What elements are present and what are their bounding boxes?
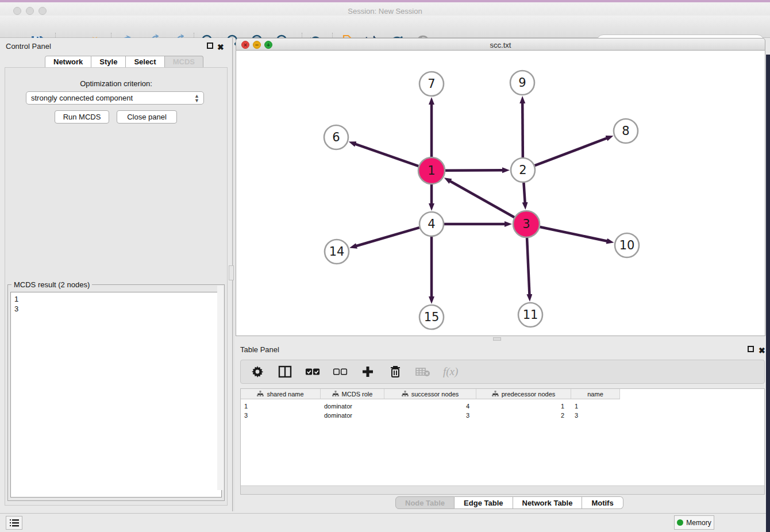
close-table-panel-icon[interactable]: ✖ [759, 345, 766, 353]
cell-shared-name[interactable]: 1 [241, 402, 321, 411]
column-header-shared-name[interactable]: shared name [241, 389, 321, 399]
chevron-updown-icon: ▲▼ [194, 94, 199, 103]
tab-style[interactable]: Style [91, 56, 126, 68]
float-table-panel-icon[interactable] [748, 346, 755, 353]
cell-mcds-role[interactable]: dominator [321, 402, 384, 411]
graph-node-label: 15 [424, 310, 440, 324]
window-title: Session: New Session [0, 7, 770, 16]
close-panel-icon[interactable]: ✖ [217, 42, 225, 49]
mcds-result-title: MCDS result (2 nodes) [11, 280, 92, 289]
close-panel-button[interactable]: Close panel [117, 110, 177, 124]
dropdown-selected-value: strongly connected component [31, 94, 133, 102]
graph-node-label: 9 [518, 76, 526, 90]
graph-edge-3-10[interactable] [540, 227, 607, 241]
column-type-icon [402, 391, 409, 397]
table-panel: Table Panel ✖ f(x) shared name [234, 342, 766, 511]
status-bar: Memory [0, 513, 770, 532]
horizontal-divider-grip[interactable] [493, 337, 501, 341]
network-graph[interactable]: 1234678910111415 [236, 51, 765, 335]
cell-name[interactable]: 1 [571, 402, 620, 411]
network-canvas[interactable]: 1234678910111415 [236, 51, 765, 336]
graph-node-label: 4 [428, 217, 435, 231]
column-header-successor-nodes[interactable]: successor nodes [384, 389, 476, 399]
column-header-name[interactable]: name [571, 389, 620, 399]
cell-successor-nodes[interactable]: 4 [384, 402, 476, 411]
cell-shared-name[interactable]: 3 [241, 411, 321, 420]
cell-name[interactable]: 3 [571, 411, 620, 420]
graph-node-label: 3 [522, 217, 530, 231]
tab-select[interactable]: Select [126, 56, 164, 68]
graph-node-label: 2 [519, 163, 526, 177]
network-window-title: scc.txt [236, 41, 765, 49]
select-all-icon[interactable] [305, 364, 320, 379]
table-toolbar: f(x) [240, 360, 765, 384]
table-panel-title: Table Panel [240, 345, 279, 354]
tab-network-table[interactable]: Network Table [513, 496, 583, 509]
column-header-predecessor-nodes[interactable]: predecessor nodes [476, 389, 571, 399]
graph-edge-1-2[interactable] [445, 170, 503, 171]
graph-node-label: 6 [332, 130, 340, 144]
mcds-panel-body: Optimization criterion: strongly connect… [5, 67, 228, 506]
panel-divider-grip[interactable] [229, 265, 234, 280]
graph-edge-2-9[interactable] [522, 103, 523, 157]
memory-button[interactable]: Memory [674, 515, 714, 530]
graph-edge-3-1[interactable] [450, 181, 514, 217]
add-column-icon[interactable] [360, 364, 375, 379]
run-mcds-button[interactable]: Run MCDS [55, 110, 109, 124]
control-panel: Control Panel ✖ Network Style Select MCD… [0, 38, 232, 511]
list-icon [10, 519, 19, 527]
control-panel-tabs: Network Style Select MCDS [45, 56, 203, 68]
column-settings-icon[interactable] [250, 364, 265, 379]
graph-edge-3-11[interactable] [527, 238, 529, 295]
cell-predecessor-nodes[interactable]: 1 [476, 402, 571, 411]
column-type-icon [332, 391, 339, 397]
table-row[interactable]: 1 dominator 4 1 1 [241, 402, 620, 411]
cell-predecessor-nodes[interactable]: 2 [476, 411, 571, 420]
mcds-result-group: MCDS result (2 nodes) 1 3 [7, 284, 225, 501]
table-tabs: Node Table Edge Table Network Table Moti… [395, 496, 623, 509]
graph-node-label: 10 [619, 238, 635, 252]
column-header-mcds-role[interactable]: MCDS role [321, 389, 384, 399]
graph-node-label: 14 [329, 245, 345, 259]
table-row[interactable]: 3 dominator 3 2 3 [241, 411, 620, 420]
graph-node-label: 7 [428, 77, 435, 91]
mcds-result-textarea[interactable]: 1 3 [10, 292, 222, 498]
graph-node-label: 1 [428, 164, 435, 178]
graph-node-label: 8 [622, 124, 629, 138]
cell-mcds-role[interactable]: dominator [321, 411, 384, 420]
memory-label: Memory [686, 519, 711, 527]
node-table: shared name MCDS role successor nodes pr… [240, 388, 765, 495]
graph-edge-2-8[interactable] [535, 138, 607, 165]
tab-mcds[interactable]: MCDS [165, 56, 203, 68]
task-history-button[interactable] [6, 516, 22, 530]
app-titlebar: Session: New Session [0, 2, 770, 16]
delete-table-icon [415, 364, 430, 379]
tab-network[interactable]: Network [45, 56, 91, 68]
delete-column-icon[interactable] [388, 364, 403, 379]
control-panel-title: Control Panel [6, 42, 51, 51]
memory-status-icon [677, 519, 683, 526]
column-type-icon [257, 391, 264, 397]
tab-edge-table[interactable]: Edge Table [455, 496, 513, 509]
table-header-row: shared name MCDS role successor nodes pr… [241, 389, 620, 399]
cell-successor-nodes[interactable]: 3 [384, 411, 476, 420]
float-panel-icon[interactable] [207, 43, 214, 50]
graph-node-label: 11 [523, 308, 538, 322]
optimization-criterion-label: Optimization criterion: [5, 79, 227, 88]
desktop-background [766, 55, 770, 532]
function-builder-icon: f(x) [443, 365, 458, 378]
column-type-icon [492, 391, 499, 397]
deselect-all-icon[interactable] [333, 364, 348, 379]
network-window-titlebar[interactable]: × − + scc.txt [236, 38, 765, 51]
graph-edge-4-14[interactable] [356, 228, 419, 246]
main-toolbar [0, 16, 770, 38]
split-panel-icon[interactable] [278, 364, 292, 379]
table-horizontal-scrollbar[interactable] [241, 485, 764, 494]
graph-edge-2-3[interactable] [523, 183, 525, 203]
graph-edge-1-6[interactable] [355, 144, 418, 167]
tab-node-table[interactable]: Node Table [395, 496, 455, 509]
result-scrollbar[interactable] [217, 286, 224, 490]
network-window: × − + scc.txt 1234678910111415 [236, 38, 765, 336]
optimization-criterion-select[interactable]: strongly connected component ▲▼ [26, 91, 204, 105]
tab-motifs[interactable]: Motifs [582, 496, 623, 509]
